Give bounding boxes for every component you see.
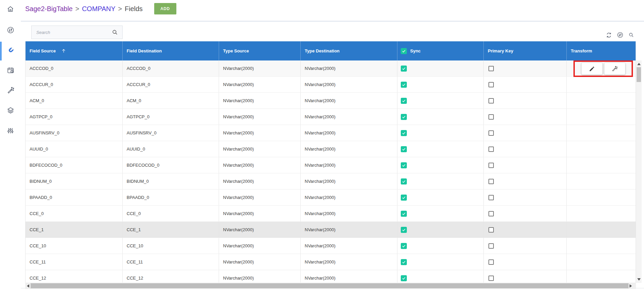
check-icon — [402, 49, 406, 53]
breadcrumb-separator: > — [118, 5, 122, 13]
horizontal-scroll-thumb[interactable] — [31, 283, 629, 288]
primary-key-checkbox[interactable] — [488, 82, 494, 87]
table-row[interactable]: AUSFINSRV_0 AUSFINSRV_0 NVarchar(2000) N… — [26, 125, 636, 141]
type-destination-value: NVarchar(2000) — [305, 163, 336, 168]
table-row[interactable]: ACM_0 ACM_0 NVarchar(2000) NVarchar(2000… — [26, 93, 636, 109]
sidebar-item-home[interactable] — [0, 3, 21, 15]
column-header-sync[interactable]: Sync — [397, 41, 484, 60]
scroll-down-arrow-icon[interactable] — [637, 278, 641, 281]
sync-checkbox[interactable] — [401, 227, 407, 233]
sync-checkbox[interactable] — [401, 162, 407, 168]
sidebar-item-transform[interactable] — [0, 84, 21, 96]
table-row[interactable]: BIDNUM_0 BIDNUM_0 NVarchar(2000) NVarcha… — [26, 173, 636, 190]
horizontal-scrollbar[interactable] — [25, 283, 636, 289]
type-source-value: NVarchar(2000) — [223, 243, 254, 248]
scroll-left-arrow-icon[interactable] — [27, 284, 29, 288]
table-row[interactable]: CCE_0 CCE_0 NVarchar(2000) NVarchar(2000… — [26, 206, 636, 222]
table-row[interactable]: BPAADD_0 BPAADD_0 NVarchar(2000) NVarcha… — [26, 190, 636, 206]
sync-checkbox[interactable] — [401, 82, 407, 88]
search-icon[interactable] — [628, 32, 634, 38]
type-destination-value: NVarchar(2000) — [305, 82, 336, 87]
primary-key-checkbox[interactable] — [488, 114, 494, 120]
column-label: Field Destination — [127, 48, 162, 53]
primary-key-checkbox[interactable] — [488, 243, 494, 249]
sidebar-item-layers[interactable] — [0, 104, 21, 117]
breadcrumb-connector[interactable]: Sage2-BigTable — [25, 5, 73, 13]
sync-circle-icon[interactable] — [617, 32, 624, 38]
table-row[interactable]: BDFECOCOD_0 BDFECOCOD_0 NVarchar(2000) N… — [26, 157, 636, 173]
primary-key-checkbox[interactable] — [488, 130, 494, 136]
table-row[interactable]: ACCCUR_0 ACCCUR_0 NVarchar(2000) NVarcha… — [26, 77, 636, 93]
field-destination-value: ACCCOD_0 — [127, 66, 151, 71]
sync-checkbox[interactable] — [401, 178, 407, 184]
table-row[interactable]: AUUID_0 AUUID_0 NVarchar(2000) NVarchar(… — [26, 141, 636, 157]
field-source-value: CCE_11 — [30, 259, 46, 264]
check-icon — [402, 196, 406, 200]
field-source-value: BPAADD_0 — [30, 195, 52, 200]
vertical-scrollbar[interactable] — [636, 60, 642, 283]
search-input[interactable] — [32, 30, 112, 35]
breadcrumb-table[interactable]: COMPANY — [82, 5, 116, 13]
search-icon[interactable] — [112, 29, 118, 36]
primary-key-checkbox[interactable] — [488, 276, 494, 281]
primary-key-checkbox[interactable] — [488, 66, 494, 71]
field-destination-value: BPAADD_0 — [127, 195, 149, 200]
field-source-value: AUUID_0 — [30, 147, 48, 152]
column-header-type-destination[interactable]: Type Destination — [301, 41, 397, 60]
table-row[interactable]: CCE_1 CCE_1 NVarchar(2000) NVarchar(2000… — [26, 222, 636, 238]
fields-table: Field Source Field Destination Type Sour… — [25, 41, 636, 286]
field-source-value: AGTPCP_0 — [30, 114, 52, 119]
primary-key-checkbox[interactable] — [488, 211, 494, 216]
sort-ascending-icon[interactable] — [61, 48, 66, 53]
sync-checkbox[interactable] — [401, 98, 407, 104]
primary-key-checkbox[interactable] — [488, 98, 494, 103]
sync-checkbox[interactable] — [401, 66, 407, 72]
field-destination-value: CCE_12 — [127, 276, 143, 281]
column-header-field-source[interactable]: Field Source — [26, 41, 123, 60]
table-row[interactable]: AGTPCP_0 AGTPCP_0 NVarchar(2000) NVarcha… — [26, 109, 636, 125]
edit-transform-button[interactable] — [582, 63, 602, 75]
sync-checkbox[interactable] — [401, 130, 407, 136]
sidebar-item-transfers[interactable] — [0, 24, 21, 36]
primary-key-checkbox[interactable] — [488, 195, 494, 200]
auto-transform-button[interactable] — [604, 63, 625, 75]
sync-checkbox[interactable] — [401, 146, 407, 152]
column-header-type-source[interactable]: Type Source — [219, 41, 301, 60]
sync-checkbox[interactable] — [401, 259, 407, 265]
breadcrumb: Sage2-BigTable > COMPANY > Fields — [25, 5, 143, 13]
sidebar-item-mapping[interactable] — [0, 44, 21, 57]
type-destination-value: NVarchar(2000) — [305, 259, 336, 264]
sidebar-item-settings[interactable] — [0, 124, 21, 137]
sync-checkbox[interactable] — [401, 195, 407, 201]
column-header-transform[interactable]: Transform — [567, 41, 636, 60]
sync-all-checkbox[interactable] — [401, 48, 407, 54]
primary-key-checkbox[interactable] — [488, 147, 494, 152]
scroll-up-arrow-icon[interactable] — [637, 63, 641, 65]
table-row[interactable]: CCE_10 CCE_10 NVarchar(2000) NVarchar(20… — [26, 238, 636, 254]
sidebar-item-schedule[interactable] — [0, 64, 21, 77]
sync-checkbox[interactable] — [401, 114, 407, 120]
primary-key-checkbox[interactable] — [488, 179, 494, 184]
primary-key-checkbox[interactable] — [488, 227, 494, 233]
table-row[interactable]: CCE_11 CCE_11 NVarchar(2000) NVarchar(20… — [26, 254, 636, 270]
sync-checkbox[interactable] — [401, 275, 407, 281]
scroll-right-arrow-icon[interactable] — [630, 284, 632, 288]
field-destination-value: ACM_0 — [127, 98, 141, 103]
sync-checkbox[interactable] — [401, 211, 407, 217]
refresh-icon[interactable] — [606, 32, 612, 38]
type-destination-value: NVarchar(2000) — [305, 211, 336, 216]
column-label: Transform — [571, 48, 592, 53]
sync-checkbox[interactable] — [401, 243, 407, 249]
primary-key-checkbox[interactable] — [488, 259, 494, 265]
field-destination-value: BDFECOCOD_0 — [127, 163, 160, 168]
content-card: Field Source Field Destination Type Sour… — [21, 21, 644, 288]
field-destination-value: CCE_11 — [127, 259, 143, 264]
type-source-value: NVarchar(2000) — [223, 82, 254, 87]
table-row[interactable]: ACCCOD_0 ACCCOD_0 NVarchar(2000) NVarcha… — [26, 60, 636, 77]
primary-key-checkbox[interactable] — [488, 163, 494, 168]
type-source-value: NVarchar(2000) — [223, 98, 254, 103]
vertical-scroll-thumb[interactable] — [637, 67, 641, 82]
column-header-primary-key[interactable]: Primary Key — [484, 41, 567, 60]
column-header-field-destination[interactable]: Field Destination — [123, 41, 219, 60]
add-button[interactable]: ADD — [154, 3, 176, 14]
